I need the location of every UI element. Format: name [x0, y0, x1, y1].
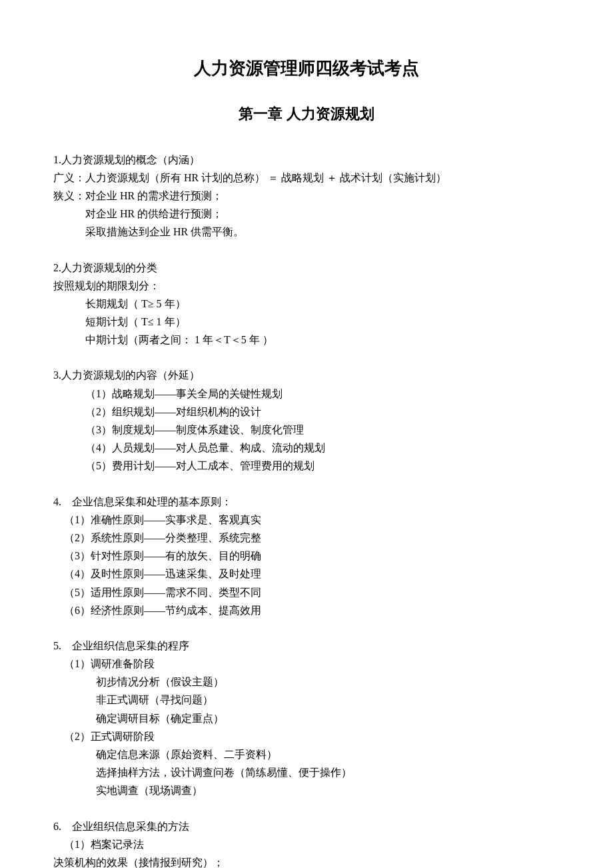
body-line: 决策机构的效果（接情报到研究）； [53, 853, 560, 868]
section-heading: 6. 企业组织信息采集的方法 [53, 817, 560, 835]
body-line: （3）针对性原则——有的放矢、目的明确 [53, 547, 560, 565]
body-line: 长期规划（ T≥ 5 年） [53, 295, 560, 313]
body-line: （3）制度规划——制度体系建设、制度化管理 [53, 421, 560, 439]
body-line: 中期计划（两者之间： 1 年＜T＜5 年 ） [53, 331, 560, 349]
doc-subtitle: 第一章 人力资源规划 [53, 101, 560, 126]
section: 3.人力资源规划的内容（外延）（1）战略规划——事关全局的关键性规划（2）组织规… [53, 366, 560, 475]
body-line: （1）战略规划——事关全局的关键性规划 [53, 385, 560, 403]
body-line: （2）组织规划——对组织机构的设计 [53, 403, 560, 421]
body-line: （4）人员规划——对人员总量、构成、流动的规划 [53, 439, 560, 457]
section-heading: 3.人力资源规划的内容（外延） [53, 366, 560, 384]
body-line: 广义：人力资源规划（所有 HR 计划的总称） ＝ 战略规划 ＋ 战术计划（实施计… [53, 169, 560, 187]
section: 6. 企业组织信息采集的方法（1）档案记录法决策机构的效果（接情报到研究）；决策… [53, 817, 560, 868]
section: 1.人力资源规划的概念（内涵）广义：人力资源规划（所有 HR 计划的总称） ＝ … [53, 151, 560, 241]
body-line: 按照规划的期限划分： [53, 277, 560, 295]
body-line: 短期计划（ T≤ 1 年） [53, 313, 560, 331]
body-line: （2）正式调研阶段 [53, 727, 560, 745]
body-line: （2）系统性原则——分类整理、系统完整 [53, 529, 560, 547]
body-line: （1）调研准备阶段 [53, 655, 560, 673]
body-line: 初步情况分析（假设主题） [53, 673, 560, 691]
body-line: 确定调研目标（确定重点） [53, 709, 560, 727]
section: 4. 企业信息采集和处理的基本原则：（1）准确性原则——实事求是、客观真实（2）… [53, 493, 560, 619]
body-line: （1）准确性原则——实事求是、客观真实 [53, 511, 560, 529]
section-heading: 1.人力资源规划的概念（内涵） [53, 151, 560, 169]
section-heading: 4. 企业信息采集和处理的基本原则： [53, 493, 560, 511]
body-line: （4）及时性原则——迅速采集、及时处理 [53, 565, 560, 583]
doc-title: 人力资源管理师四级考试考点 [53, 53, 560, 83]
body-line: （5）适用性原则——需求不同、类型不同 [53, 583, 560, 601]
body-line: （6）经济性原则——节约成本、提高效用 [53, 601, 560, 619]
section: 5. 企业组织信息采集的程序（1）调研准备阶段初步情况分析（假设主题）非正式调研… [53, 637, 560, 800]
body-line: 选择抽样方法，设计调查问卷（简练易懂、便于操作） [53, 763, 560, 781]
document-body: 1.人力资源规划的概念（内涵）广义：人力资源规划（所有 HR 计划的总称） ＝ … [53, 151, 560, 868]
body-line: 确定信息来源（原始资料、二手资料） [53, 745, 560, 763]
body-line: 对企业 HR 的供给进行预测； [53, 205, 560, 223]
body-line: 实地调查（现场调查） [53, 781, 560, 799]
section-heading: 2.人力资源规划的分类 [53, 259, 560, 277]
body-line: 采取措施达到企业 HR 供需平衡。 [53, 223, 560, 241]
body-line: 非正式调研（寻找问题） [53, 691, 560, 709]
body-line: （5）费用计划——对人工成本、管理费用的规划 [53, 457, 560, 475]
section-heading: 5. 企业组织信息采集的程序 [53, 637, 560, 655]
section: 2.人力资源规划的分类按照规划的期限划分：长期规划（ T≥ 5 年）短期计划（ … [53, 259, 560, 349]
body-line: 狭义：对企业 HR 的需求进行预测； [53, 187, 560, 205]
body-line: （1）档案记录法 [53, 835, 560, 853]
